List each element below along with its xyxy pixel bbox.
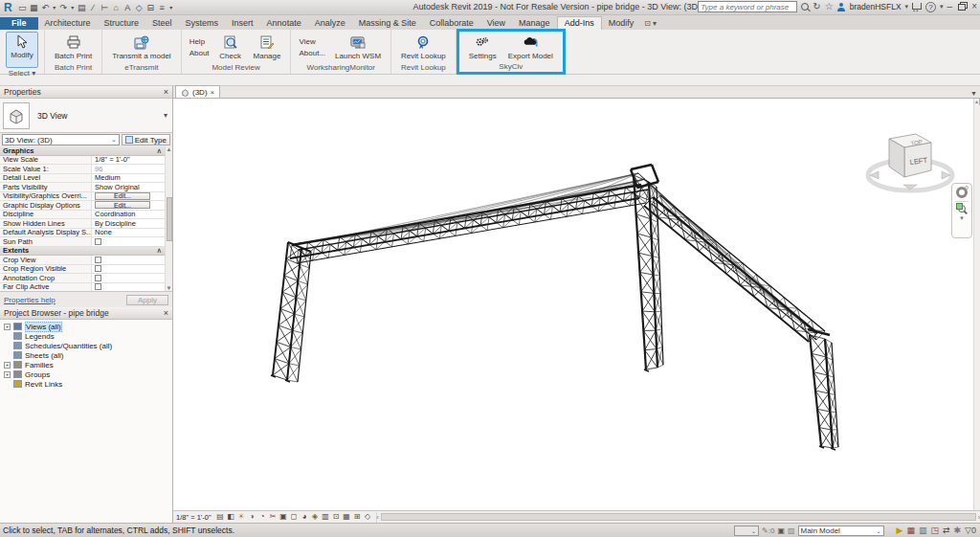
ribbon-tab-annotate[interactable]: Annotate bbox=[260, 17, 308, 30]
redo-icon[interactable]: ↷ bbox=[58, 1, 69, 14]
panel-label-select[interactable]: Select ▾ bbox=[0, 68, 44, 79]
modify-button[interactable]: Modify bbox=[6, 32, 38, 68]
account-caret-icon[interactable]: ▾ bbox=[905, 1, 909, 12]
scroll-thumb[interactable] bbox=[381, 513, 976, 521]
tree-item-label[interactable]: Families bbox=[25, 361, 54, 369]
displacement-icon[interactable]: ⊞ bbox=[352, 511, 363, 523]
tree-item-label[interactable]: Sheets (all) bbox=[25, 351, 63, 360]
property-section-header[interactable]: Extents∧ bbox=[0, 247, 172, 257]
ribbon-tab-insert[interactable]: Insert bbox=[225, 17, 260, 30]
type-selector-caret-icon[interactable]: ▾ bbox=[164, 111, 169, 120]
view-tab-list-caret-icon[interactable]: ▼ bbox=[970, 90, 977, 97]
editable-only-icon[interactable]: ▦ bbox=[906, 526, 915, 535]
edit-type-button[interactable]: Edit Type bbox=[122, 134, 170, 145]
property-value[interactable] bbox=[92, 237, 172, 246]
show-crop-icon[interactable]: ▣ bbox=[278, 511, 289, 523]
wsm-about-button[interactable]: About... bbox=[299, 49, 325, 57]
about-button[interactable]: About bbox=[189, 49, 210, 57]
default-3d-view-icon[interactable]: ◇ bbox=[134, 1, 145, 14]
username-label[interactable]: bradenHSFLX bbox=[850, 2, 902, 11]
zoom-icon[interactable] bbox=[958, 205, 966, 213]
expand-icon[interactable]: + bbox=[4, 362, 11, 369]
lock-3d-icon[interactable]: ◻ bbox=[289, 511, 300, 523]
account-icon[interactable] bbox=[837, 3, 846, 11]
design-option-dropdown[interactable]: ⌄ bbox=[734, 526, 759, 536]
model-canvas[interactable]: TOP LEFT ▼ ▲ bbox=[173, 99, 980, 510]
expand-icon[interactable]: + bbox=[4, 324, 11, 330]
apply-button[interactable]: Apply bbox=[126, 295, 168, 305]
tag-icon[interactable]: ⌂ bbox=[111, 1, 122, 14]
close-button[interactable]: × bbox=[971, 1, 977, 12]
tree-item-label[interactable]: Groups bbox=[25, 370, 50, 379]
restore-button[interactable] bbox=[958, 4, 966, 11]
reveal-hidden-icon[interactable]: ◈ bbox=[310, 511, 321, 523]
redo-caret-icon[interactable]: ▾ bbox=[70, 1, 76, 14]
expand-icon[interactable]: + bbox=[4, 371, 11, 378]
ribbon-tab-analyze[interactable]: Analyze bbox=[308, 17, 352, 30]
property-value[interactable] bbox=[92, 256, 172, 264]
checkbox[interactable] bbox=[95, 238, 101, 245]
scroll-thumb[interactable] bbox=[167, 197, 172, 241]
crop-view-icon[interactable]: ✂ bbox=[268, 511, 278, 523]
section-collapse-icon[interactable]: ∧ bbox=[157, 246, 163, 255]
checkbox[interactable] bbox=[95, 257, 101, 263]
open-icon[interactable]: ▭ bbox=[17, 1, 28, 14]
highlight-sets-icon[interactable]: ▦ bbox=[342, 511, 352, 523]
save-icon[interactable]: ▦ bbox=[29, 1, 39, 14]
property-value[interactable] bbox=[92, 265, 172, 274]
tree-item-schedules-quantities-all-[interactable]: Schedules/Quantities (all) bbox=[3, 341, 172, 350]
search-input[interactable] bbox=[698, 1, 797, 12]
navbar-caret-icon[interactable]: ▼ bbox=[959, 215, 965, 221]
property-value[interactable] bbox=[92, 274, 172, 282]
constraints-icon[interactable]: ◇ bbox=[363, 511, 373, 523]
property-section-header[interactable]: Graphics∧ bbox=[0, 146, 172, 156]
sync-icon[interactable]: ↻ bbox=[813, 1, 820, 12]
section-collapse-icon[interactable]: ∧ bbox=[157, 146, 163, 155]
worksharing-display-icon[interactable]: ▶ bbox=[897, 526, 903, 535]
workset-caret-icon[interactable]: ⌄ bbox=[876, 527, 880, 534]
ribbon-tab-massing-site[interactable]: Massing & Site bbox=[352, 17, 423, 30]
property-value[interactable] bbox=[92, 283, 172, 292]
tree-item-groups[interactable]: +Groups bbox=[3, 369, 172, 379]
property-value[interactable]: Coordination bbox=[92, 211, 172, 219]
scroll-up-icon[interactable]: ▲ bbox=[167, 146, 172, 152]
ribbon-tab-architecture[interactable]: Architecture bbox=[38, 17, 98, 30]
check-button[interactable]: Check bbox=[215, 34, 246, 61]
properties-header[interactable]: Properties × bbox=[0, 86, 172, 99]
undo-caret-icon[interactable]: ▾ bbox=[52, 1, 57, 14]
manage-button[interactable]: Manage bbox=[250, 34, 285, 61]
pinned-select-icon[interactable]: ⇄ bbox=[943, 526, 950, 535]
property-value[interactable]: None bbox=[92, 229, 172, 237]
measure-icon[interactable]: ∕ bbox=[88, 1, 99, 14]
app-store-icon[interactable] bbox=[912, 3, 922, 10]
print-icon[interactable]: ▤ bbox=[77, 1, 87, 14]
drag-on-selection-icon[interactable]: ✱ bbox=[954, 526, 962, 535]
tree-item-views-all-[interactable]: +Views (all) bbox=[3, 322, 172, 331]
qat-customize-icon[interactable]: ▾ bbox=[168, 1, 174, 14]
wsm-view-button[interactable]: View bbox=[299, 37, 325, 46]
ribbon-tab-structure[interactable]: Structure bbox=[98, 17, 146, 30]
search-icon[interactable] bbox=[801, 3, 809, 11]
ribbon-tab-file[interactable]: File bbox=[0, 17, 38, 30]
tree-item-revit-links[interactable]: Revit Links bbox=[3, 379, 172, 389]
view-tab-close-icon[interactable]: × bbox=[211, 88, 215, 97]
launch-wsm-button[interactable]: Launch WSM bbox=[331, 34, 385, 61]
tree-item-label[interactable]: Schedules/Quantities (all) bbox=[25, 342, 112, 350]
viewcube[interactable]: TOP LEFT bbox=[858, 125, 963, 202]
scroll-left-icon[interactable]: ‹ bbox=[377, 514, 379, 521]
properties-scrollbar[interactable]: ▲ ▼ bbox=[165, 146, 172, 291]
ribbon-display-toggle[interactable]: ⊡ ▾ bbox=[644, 19, 657, 30]
tree-item-label[interactable]: Legends bbox=[25, 332, 55, 341]
project-browser-header[interactable]: Project Browser - pipe bridge × bbox=[0, 307, 172, 320]
detail-level-icon[interactable]: ▤ bbox=[215, 511, 226, 523]
view-tab-3d[interactable]: (3D) × bbox=[175, 85, 220, 98]
skyciv-settings-button[interactable]: Settings bbox=[465, 34, 501, 61]
links-select-icon[interactable]: ▥ bbox=[919, 526, 927, 535]
property-value[interactable]: 96 bbox=[92, 165, 172, 173]
visual-style-icon[interactable]: ◧ bbox=[226, 511, 236, 523]
tree-item-sheets-all-[interactable]: Sheets (all) bbox=[3, 350, 172, 360]
minimize-button[interactable]: – bbox=[947, 1, 953, 12]
tree-item-families[interactable]: +Families bbox=[3, 360, 172, 369]
skyciv-export-model-button[interactable]: Export Model bbox=[504, 34, 557, 61]
revit-lookup-button[interactable]: Revit Lookup bbox=[397, 34, 450, 61]
